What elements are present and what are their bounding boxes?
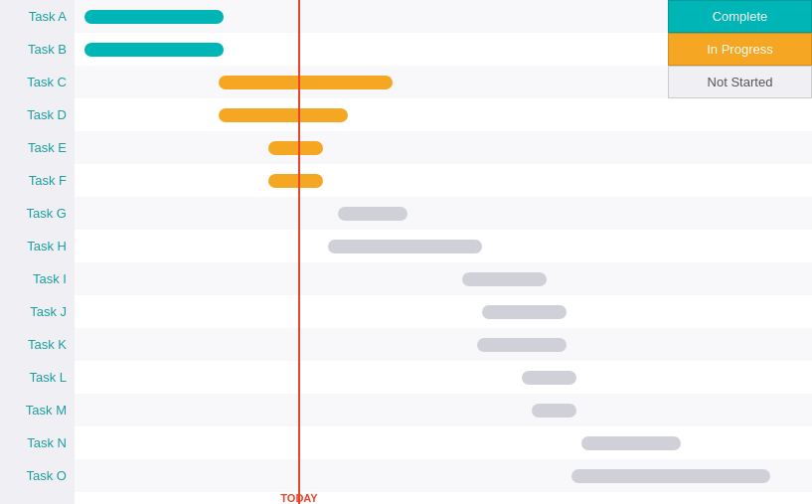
- task-label-task-o: Task O: [0, 459, 75, 492]
- gantt-row-6: [75, 197, 812, 230]
- bar-14: [571, 469, 770, 483]
- bar-12: [532, 404, 576, 418]
- legend-complete[interactable]: Complete: [668, 0, 812, 33]
- task-label-task-n: Task N: [0, 426, 75, 459]
- task-label-task-c: Task C: [0, 66, 75, 98]
- task-label-task-j: Task J: [0, 295, 75, 328]
- gantt-row-3: [75, 98, 812, 131]
- today-label: TODAY: [280, 492, 317, 504]
- legend-notstarted-label: Not Started: [708, 75, 773, 89]
- task-label-task-g: Task G: [0, 197, 75, 230]
- bar-2: [219, 76, 393, 89]
- bar-11: [522, 371, 576, 385]
- today-line: TODAY: [298, 0, 300, 504]
- bar-8: [462, 272, 547, 286]
- bar-13: [581, 436, 681, 450]
- legend-notstarted[interactable]: Not Started: [668, 66, 812, 98]
- bar-5: [268, 174, 323, 188]
- task-label-task-k: Task K: [0, 328, 75, 361]
- task-label-task-e: Task E: [0, 131, 75, 164]
- task-label-column: Task ATask BTask CTask DTask ETask FTask…: [0, 0, 75, 504]
- bar-0: [84, 10, 224, 24]
- legend-inprogress[interactable]: In Progress: [668, 33, 812, 66]
- bar-6: [338, 207, 407, 221]
- bar-10: [477, 338, 567, 352]
- gantt-row-13: [75, 426, 812, 459]
- gantt-row-12: [75, 394, 812, 426]
- legend-complete-label: Complete: [713, 9, 768, 24]
- bar-7: [328, 240, 482, 253]
- task-label-task-i: Task I: [0, 262, 75, 295]
- gantt-row-9: [75, 295, 812, 328]
- gantt-chart: Task ATask BTask CTask DTask ETask FTask…: [0, 0, 812, 504]
- gantt-row-7: [75, 230, 812, 262]
- gantt-row-11: [75, 361, 812, 394]
- bar-3: [219, 108, 348, 122]
- gantt-row-5: [75, 164, 812, 197]
- task-label-task-h: Task H: [0, 230, 75, 262]
- legend-inprogress-label: In Progress: [707, 42, 772, 57]
- gantt-row-8: [75, 262, 812, 295]
- task-label-task-a: Task A: [0, 0, 75, 33]
- legend: Complete In Progress Not Started: [668, 0, 812, 98]
- gantt-row-4: [75, 131, 812, 164]
- task-label-task-l: Task L: [0, 361, 75, 394]
- task-label-task-b: Task B: [0, 33, 75, 66]
- task-label-task-m: Task M: [0, 394, 75, 426]
- task-label-task-d: Task D: [0, 98, 75, 131]
- bar-1: [84, 43, 224, 57]
- bar-9: [482, 305, 567, 319]
- task-label-task-f: Task F: [0, 164, 75, 197]
- bar-4: [268, 141, 323, 155]
- gantt-row-14: [75, 459, 812, 492]
- gantt-row-10: [75, 328, 812, 361]
